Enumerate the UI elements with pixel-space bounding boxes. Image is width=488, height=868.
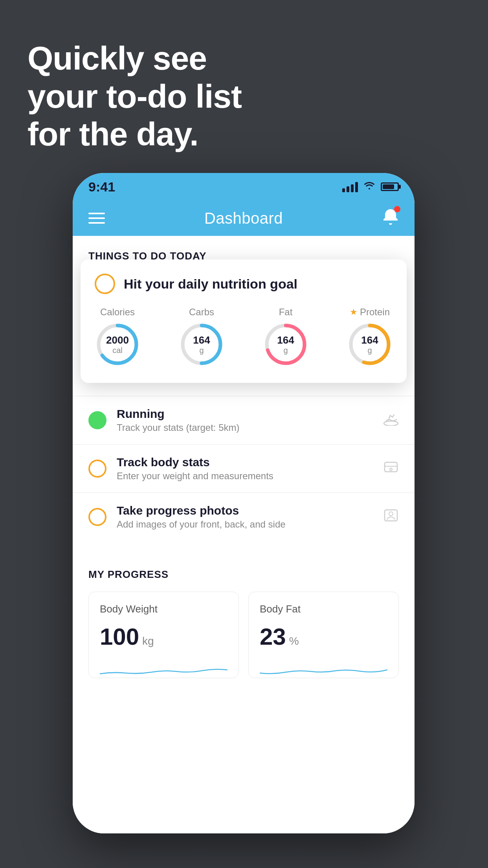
running-icon <box>383 412 399 429</box>
calories-value: 2000 <box>106 335 129 346</box>
body-weight-value-row: 100 kg <box>100 623 227 650</box>
hamburger-line <box>88 222 105 224</box>
fat-unit: g <box>277 346 294 354</box>
star-icon: ★ <box>350 307 358 317</box>
task-check-circle[interactable] <box>95 274 115 294</box>
progress-cards: Body Weight 100 kg Body Fat 23 <box>88 592 399 678</box>
svg-point-13 <box>389 512 393 516</box>
body-weight-chart <box>100 658 227 678</box>
carbs-ring: 164 g <box>179 322 224 367</box>
bell-icon <box>382 210 399 228</box>
carbs-value: 164 <box>193 335 210 346</box>
todo-subtitle-bodystats: Enter your weight and measurements <box>117 471 373 482</box>
status-time: 9:41 <box>88 179 115 195</box>
protein-unit: g <box>361 346 378 354</box>
app-body: THINGS TO DO TODAY Hit your daily nutrit… <box>73 236 415 833</box>
body-weight-unit: kg <box>142 635 154 647</box>
svg-point-11 <box>390 468 392 471</box>
headline: Quickly see your to-do list for the day. <box>28 39 242 153</box>
nutrition-fat: Fat 164 g <box>263 307 308 367</box>
progress-section-title: MY PROGRESS <box>88 568 399 581</box>
body-fat-chart <box>260 658 387 678</box>
app-header: Dashboard <box>73 200 415 236</box>
bottom-fade <box>73 802 415 833</box>
calories-unit: cal <box>106 346 129 354</box>
protein-value: 164 <box>361 335 378 346</box>
status-bar: 9:41 <box>73 173 415 200</box>
nutrition-calories: Calories 2000 cal <box>95 307 140 367</box>
fat-value: 164 <box>277 335 294 346</box>
progress-section: MY PROGRESS Body Weight 100 kg <box>73 553 415 690</box>
notification-button[interactable] <box>382 208 399 229</box>
notification-dot <box>394 206 400 212</box>
body-fat-unit: % <box>289 635 299 647</box>
todo-content-photos: Take progress photos Add images of your … <box>117 504 373 530</box>
protein-label: ★ Protein <box>350 307 390 318</box>
body-weight-label: Body Weight <box>100 603 227 615</box>
todo-content-bodystats: Track body stats Enter your weight and m… <box>117 456 373 482</box>
nutrition-card-title: Hit your daily nutrition goal <box>124 276 297 292</box>
todo-item-running[interactable]: Running Track your stats (target: 5km) <box>73 396 415 444</box>
carbs-unit: g <box>193 346 210 354</box>
calories-label: Calories <box>100 307 135 318</box>
body-fat-label: Body Fat <box>260 603 387 615</box>
header-title: Dashboard <box>204 210 283 227</box>
fat-ring: 164 g <box>263 322 308 367</box>
todo-check-photos[interactable] <box>88 508 106 526</box>
todo-title-running: Running <box>117 407 373 421</box>
todo-title-bodystats: Track body stats <box>117 456 373 469</box>
todo-list: Running Track your stats (target: 5km) T… <box>73 396 415 541</box>
fat-label: Fat <box>279 307 293 318</box>
scale-icon <box>383 460 399 478</box>
todo-subtitle-running: Track your stats (target: 5km) <box>117 422 373 433</box>
todo-subtitle-photos: Add images of your front, back, and side <box>117 519 373 530</box>
svg-point-8 <box>384 421 398 426</box>
nutrition-card: Hit your daily nutrition goal Calories 2… <box>81 259 407 383</box>
body-fat-value-row: 23 % <box>260 623 387 650</box>
protein-ring: 164 g <box>347 322 393 367</box>
menu-button[interactable] <box>88 213 105 224</box>
nutrition-carbs: Carbs 164 g <box>179 307 224 367</box>
body-fat-card[interactable]: Body Fat 23 % <box>248 592 399 678</box>
battery-icon <box>381 182 399 191</box>
nutrition-protein: ★ Protein 164 g <box>347 307 393 367</box>
carbs-label: Carbs <box>189 307 214 318</box>
todo-content-running: Running Track your stats (target: 5km) <box>117 407 373 433</box>
hamburger-line <box>88 217 105 219</box>
body-weight-number: 100 <box>100 623 139 650</box>
hamburger-line <box>88 213 105 214</box>
body-fat-number: 23 <box>260 623 286 650</box>
nutrition-row: Calories 2000 cal Carbs <box>95 307 393 367</box>
person-icon <box>383 508 399 526</box>
calories-ring: 2000 cal <box>95 322 140 367</box>
phone-frame: 9:41 Da <box>73 173 415 833</box>
wifi-icon <box>363 181 375 193</box>
todo-item-bodystats[interactable]: Track body stats Enter your weight and m… <box>73 444 415 493</box>
todo-item-photos[interactable]: Take progress photos Add images of your … <box>73 493 415 541</box>
todo-title-photos: Take progress photos <box>117 504 373 517</box>
todo-check-running[interactable] <box>88 411 106 429</box>
body-weight-card[interactable]: Body Weight 100 kg <box>88 592 239 678</box>
signal-bars-icon <box>342 181 358 192</box>
todo-check-bodystats[interactable] <box>88 460 106 478</box>
status-icons <box>342 181 399 193</box>
